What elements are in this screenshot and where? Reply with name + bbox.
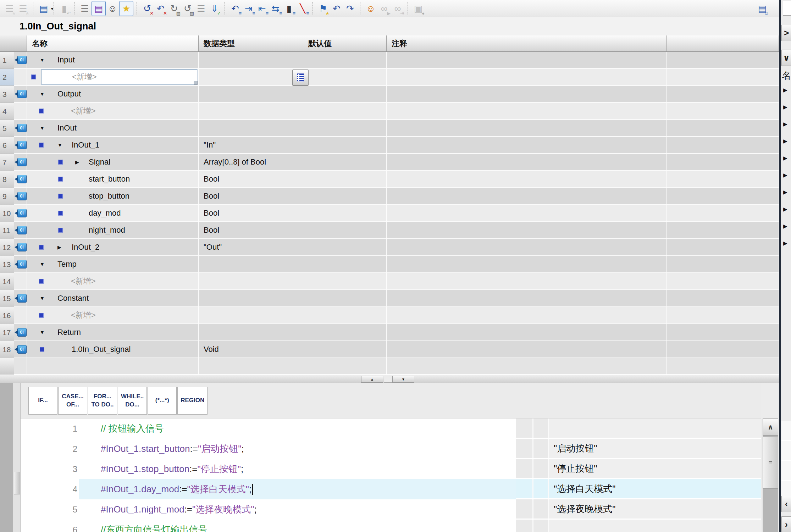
code-line[interactable]: 2#InOut_1.start_button := "启动按钮"; [21, 439, 516, 459]
variable-name[interactable]: day_mod [89, 209, 121, 218]
default-value-cell[interactable] [303, 52, 387, 69]
name-cell[interactable]: ▼Input [27, 52, 199, 69]
data-type-cell[interactable]: Bool [199, 171, 303, 188]
comment-cell[interactable] [387, 256, 667, 273]
side-scroll-thumb[interactable] [14, 472, 20, 494]
default-value-cell[interactable] [303, 324, 387, 341]
name-cell[interactable]: ▶InOut_2 [27, 239, 199, 256]
row-expand-arrow-icon[interactable]: ▶ [783, 138, 787, 144]
row-number-cell[interactable]: 11 [0, 222, 14, 239]
data-type-cell[interactable] [199, 273, 303, 290]
variable-name[interactable]: Signal [89, 157, 110, 167]
default-value-cell[interactable] [303, 290, 387, 307]
outline-view-icon[interactable]: ☰ [78, 1, 92, 16]
data-type-cell[interactable]: Bool [199, 222, 303, 239]
header-name[interactable]: 名称 [27, 35, 199, 52]
data-type-cell[interactable]: Array[0..8] of Bool [199, 154, 303, 171]
variable-name[interactable]: <新增> [71, 310, 96, 321]
row-expand-arrow-icon[interactable]: ▶ [783, 104, 787, 110]
row-number-cell[interactable]: 15 [0, 290, 14, 307]
snippet-while-do[interactable]: WHILE..DO... [118, 387, 147, 415]
code-area[interactable]: 1// 按钮输入信号2#InOut_1.start_button := "启动按… [21, 419, 516, 532]
expand-down-icon[interactable]: ▼ [40, 296, 45, 301]
scroll-thumb[interactable]: ≡ [763, 437, 778, 489]
default-value-cell[interactable] [303, 341, 387, 358]
header-comment[interactable]: 注释 [387, 35, 667, 52]
variable-name[interactable]: Output [57, 89, 81, 99]
snippet-region[interactable]: REGION [177, 387, 208, 415]
comment-cell[interactable] [387, 171, 667, 188]
redo-icon[interactable]: ↷ [343, 1, 357, 16]
comment-cell[interactable] [387, 69, 667, 86]
expand-down-icon[interactable]: ▼ [40, 262, 45, 267]
name-cell[interactable]: day_mod [27, 205, 199, 222]
comment-cell[interactable] [387, 103, 667, 120]
default-value-cell[interactable] [303, 307, 387, 324]
row-expand-arrow-icon[interactable]: ▶ [783, 223, 787, 229]
row-number-cell[interactable]: 8 [0, 171, 14, 188]
row-number-cell[interactable]: 5 [0, 120, 14, 137]
default-value-cell[interactable] [303, 256, 387, 273]
interface-view-icon[interactable]: ▤ [92, 1, 106, 16]
variable-name[interactable]: Constant [57, 294, 89, 303]
window-layout-icon[interactable]: ▤☺ [756, 1, 769, 16]
data-type-cell[interactable]: Void [199, 341, 303, 358]
row-number-cell[interactable]: 14 [0, 273, 14, 290]
row-expand-arrow-icon[interactable]: ▶ [783, 240, 787, 246]
name-edit-field[interactable]: <新增> [41, 70, 197, 84]
copy-values-icon[interactable]: ☰ [194, 1, 208, 16]
name-cell[interactable]: 1.0In_Out_signal [27, 341, 199, 358]
default-value-cell[interactable] [303, 137, 387, 154]
expand-right-icon[interactable]: ▶ [57, 245, 61, 250]
monitor-off-icon[interactable]: ╲≡ [296, 1, 309, 16]
comment-cell[interactable] [387, 52, 667, 69]
default-value-cell[interactable] [303, 222, 387, 239]
snippets-icon[interactable]: ★ [119, 1, 133, 16]
header-default-value[interactable]: 默认值 [303, 35, 387, 52]
comment-cell[interactable] [387, 307, 667, 324]
row-number-cell[interactable]: 6 [0, 137, 14, 154]
default-value-cell[interactable] [303, 120, 387, 137]
splitter-grip[interactable] [384, 376, 392, 383]
name-cell[interactable]: night_mod [27, 222, 199, 239]
name-cell[interactable]: <新增> [27, 69, 199, 86]
data-type-cell[interactable]: Bool [199, 205, 303, 222]
expand-down-icon[interactable]: ▼ [40, 126, 45, 131]
comment-cell[interactable] [387, 137, 667, 154]
row-expand-arrow-icon[interactable]: ▶ [783, 172, 787, 178]
default-value-cell[interactable] [303, 86, 387, 103]
comment-cell[interactable] [387, 120, 667, 137]
variable-name[interactable]: Return [57, 328, 81, 337]
variable-name[interactable]: night_mod [89, 226, 125, 235]
name-cell[interactable]: ▼Temp [27, 256, 199, 273]
insert-row-after-icon[interactable]: ⇥≡ [242, 1, 255, 16]
insert-row-before-icon[interactable]: ⇤≡ [255, 1, 269, 16]
code-line[interactable]: 5#InOut_1.night_mod :="选择夜晚模式"; [21, 499, 516, 520]
comment-cell[interactable] [387, 341, 667, 358]
row-expand-arrow-icon[interactable]: ▶ [783, 155, 787, 161]
comment-cell[interactable] [387, 239, 667, 256]
data-type-picker-button[interactable] [292, 70, 309, 86]
code-line[interactable]: 4#InOut_1.day_mod := "选择白天模式"; [21, 479, 516, 499]
row-expand-arrow-icon[interactable]: ▶ [783, 121, 787, 127]
code-scrollbar[interactable]: ∧ ≡ [763, 419, 778, 532]
snippet-case-of[interactable]: CASE...OF... [58, 387, 87, 415]
renumber-icon[interactable]: ⇆≡ [269, 1, 282, 16]
horizontal-splitter[interactable]: ▲ ▼ [0, 375, 779, 384]
default-value-cell[interactable] [303, 171, 387, 188]
data-type-cell[interactable]: "In" [199, 137, 303, 154]
row-expand-arrow-icon[interactable]: ▶ [783, 87, 787, 93]
code-line[interactable]: 1// 按钮输入信号 [21, 419, 516, 439]
strip-expand-button[interactable]: > [781, 25, 791, 41]
variable-name[interactable]: stop_button [89, 192, 129, 201]
comment-cell[interactable] [387, 290, 667, 307]
row-number-cell[interactable]: 16 [0, 307, 14, 324]
snippet-comment-block[interactable]: (*...*) [148, 387, 177, 415]
bookmark-icon[interactable]: ⚑★ [316, 1, 330, 16]
comment-cell[interactable] [387, 222, 667, 239]
name-cell[interactable]: <新增> [27, 273, 199, 290]
data-type-cell[interactable] [199, 69, 303, 86]
row-number-cell[interactable]: 2 [0, 69, 14, 86]
variable-name[interactable]: Temp [57, 260, 77, 269]
editor-side-scrollbar[interactable] [13, 383, 21, 532]
